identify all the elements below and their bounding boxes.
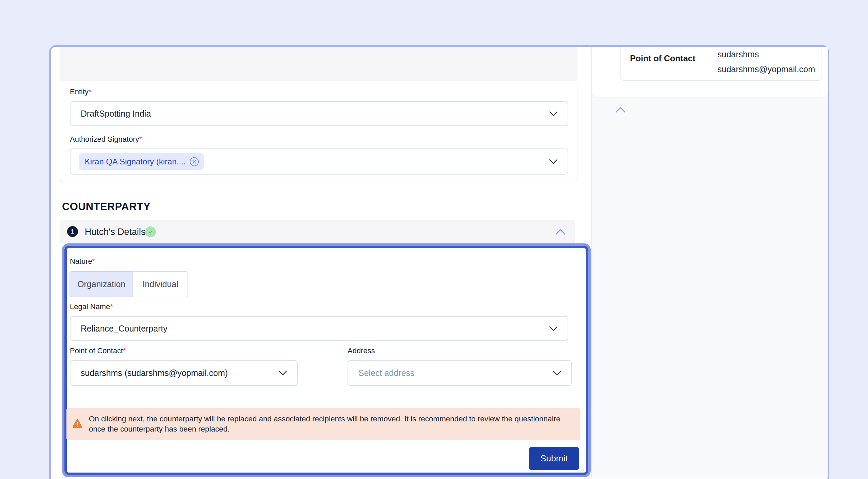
chevron-down-icon xyxy=(549,159,558,164)
poc-value: sudarshms (sudarshms@yopmail.com) xyxy=(81,368,278,378)
required-asterisk: * xyxy=(123,346,126,355)
legal-name-label: Legal Name* xyxy=(70,302,113,311)
entity-label: Entity* xyxy=(70,87,92,96)
summary-poc-label: Point of Contact xyxy=(630,54,695,63)
required-asterisk: * xyxy=(139,135,142,143)
poc-label: Point of Contact* xyxy=(70,346,126,355)
nature-option-individual[interactable]: Individual xyxy=(133,271,188,297)
entity-value: DraftSpotting India xyxy=(81,109,549,119)
counterparty-heading: COUNTERPARTY xyxy=(62,201,151,213)
address-label: Address xyxy=(348,346,375,355)
warning-banner: On clicking next, the counterparty will … xyxy=(66,408,580,440)
submit-button[interactable]: Submit xyxy=(529,447,579,470)
signatory-chip[interactable]: Kiran QA Signatory (kiran.... xyxy=(79,153,204,170)
authorized-signatory-label: Authorized Signatory* xyxy=(70,135,142,144)
right-panel-background xyxy=(592,47,828,478)
chevron-down-icon xyxy=(552,371,562,376)
remove-chip-icon[interactable] xyxy=(190,157,199,166)
poc-select[interactable]: sudarshms (sudarshms@yopmail.com) xyxy=(70,360,298,386)
sd-details-section-header[interactable]: SD's Details xyxy=(60,47,577,81)
required-asterisk: * xyxy=(110,302,113,311)
warning-text: On clicking next, the counterparty will … xyxy=(89,414,580,434)
chevron-down-icon xyxy=(549,326,558,331)
check-circle-icon xyxy=(145,226,156,237)
chevron-up-icon[interactable] xyxy=(615,107,626,113)
warning-triangle-icon xyxy=(72,419,83,430)
signatory-chip-label: Kiran QA Signatory (kiran.... xyxy=(85,157,185,166)
entity-select[interactable]: DraftSpotting India xyxy=(70,101,568,126)
nature-option-organization[interactable]: Organization xyxy=(70,271,133,297)
summary-poc-card: Point of Contact sudarshms sudarshms@yop… xyxy=(620,47,822,81)
address-placeholder: Select address xyxy=(358,368,552,378)
hutch-details-section-header[interactable]: 1 Hutch's Details xyxy=(60,220,575,243)
summary-poc-name: sudarshms xyxy=(717,49,759,59)
nature-label: Nature* xyxy=(70,257,95,266)
legal-name-value: Reliance_Counterparty xyxy=(81,324,549,334)
required-asterisk: * xyxy=(92,257,95,265)
required-asterisk: * xyxy=(88,87,92,96)
chevron-down-icon xyxy=(278,371,288,376)
nature-toggle-group: Organization Individual xyxy=(70,271,188,297)
authorized-signatory-select[interactable]: Kiran QA Signatory (kiran.... xyxy=(70,148,568,175)
step-number-badge: 1 xyxy=(67,226,78,237)
legal-name-select[interactable]: Reliance_Counterparty xyxy=(70,316,568,341)
address-select[interactable]: Select address xyxy=(348,360,572,386)
column-divider xyxy=(591,47,592,478)
hutch-details-title: Hutch's Details xyxy=(85,227,145,237)
summary-poc-email: sudarshms@yopmail.com xyxy=(717,64,815,74)
chevron-up-icon[interactable] xyxy=(555,229,566,235)
chevron-down-icon xyxy=(549,111,558,116)
